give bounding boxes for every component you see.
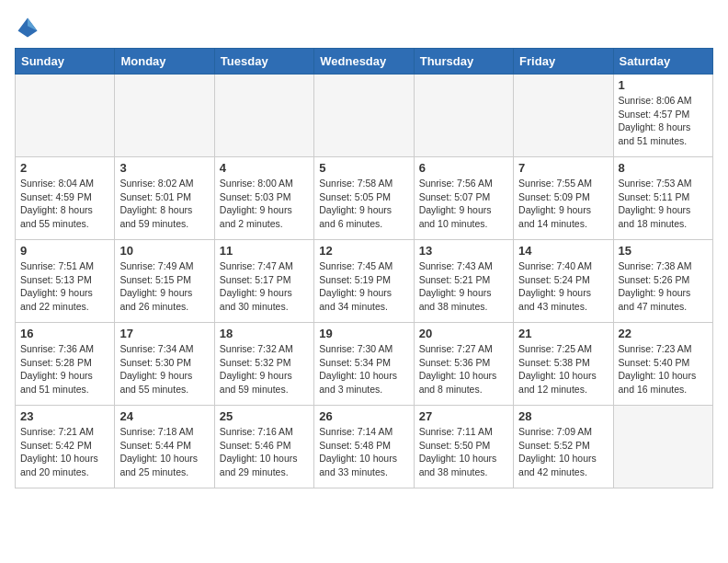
day-info: Sunrise: 7:40 AM Sunset: 5:24 PM Dayligh… [518,259,608,314]
day-number: 15 [619,244,708,258]
day-number: 11 [220,244,309,258]
week-row-2: 9Sunrise: 7:51 AM Sunset: 5:13 PM Daylig… [16,240,713,323]
day-number: 12 [319,244,408,258]
day-info: Sunrise: 7:23 AM Sunset: 5:40 PM Dayligh… [619,342,708,396]
day-number: 14 [518,244,608,258]
calendar-cell: 4Sunrise: 8:00 AM Sunset: 5:03 PM Daylig… [214,157,313,240]
calendar-cell: 17Sunrise: 7:34 AM Sunset: 5:30 PM Dayli… [115,323,214,406]
day-info: Sunrise: 7:14 AM Sunset: 5:48 PM Dayligh… [319,425,408,479]
day-info: Sunrise: 7:30 AM Sunset: 5:34 PM Dayligh… [319,342,408,396]
day-info: Sunrise: 7:32 AM Sunset: 5:32 PM Dayligh… [220,342,309,396]
day-info: Sunrise: 7:51 AM Sunset: 5:13 PM Dayligh… [20,259,109,314]
calendar-cell: 24Sunrise: 7:18 AM Sunset: 5:44 PM Dayli… [115,406,214,488]
calendar-cell: 22Sunrise: 7:23 AM Sunset: 5:40 PM Dayli… [613,323,712,406]
calendar-cell [214,75,313,157]
calendar-cell: 13Sunrise: 7:43 AM Sunset: 5:21 PM Dayli… [414,240,513,323]
calendar-header-row: SundayMondayTuesdayWednesdayThursdayFrid… [16,49,713,75]
day-number: 6 [419,161,508,175]
day-info: Sunrise: 7:55 AM Sunset: 5:09 PM Dayligh… [518,177,608,231]
day-number: 20 [419,327,508,340]
day-info: Sunrise: 7:56 AM Sunset: 5:07 PM Dayligh… [419,177,508,231]
day-info: Sunrise: 7:53 AM Sunset: 5:11 PM Dayligh… [619,177,708,231]
week-row-0: 1Sunrise: 8:06 AM Sunset: 4:57 PM Daylig… [16,75,713,157]
calendar-cell: 16Sunrise: 7:36 AM Sunset: 5:28 PM Dayli… [16,323,115,406]
calendar-cell: 10Sunrise: 7:49 AM Sunset: 5:15 PM Dayli… [115,240,214,323]
col-header-friday: Friday [514,49,613,75]
calendar-cell: 23Sunrise: 7:21 AM Sunset: 5:42 PM Dayli… [16,406,115,488]
day-number: 23 [20,409,109,423]
day-info: Sunrise: 8:04 AM Sunset: 4:59 PM Dayligh… [20,177,109,231]
week-row-4: 23Sunrise: 7:21 AM Sunset: 5:42 PM Dayli… [16,406,713,488]
day-number: 2 [20,161,109,175]
day-info: Sunrise: 7:47 AM Sunset: 5:17 PM Dayligh… [220,259,309,314]
day-number: 4 [220,161,309,175]
day-info: Sunrise: 7:49 AM Sunset: 5:15 PM Dayligh… [119,259,209,314]
calendar-cell: 26Sunrise: 7:14 AM Sunset: 5:48 PM Dayli… [314,406,414,488]
day-info: Sunrise: 7:45 AM Sunset: 5:19 PM Dayligh… [319,259,408,314]
calendar-cell [514,75,613,157]
calendar-cell: 21Sunrise: 7:25 AM Sunset: 5:38 PM Dayli… [514,323,613,406]
calendar-cell: 25Sunrise: 7:16 AM Sunset: 5:46 PM Dayli… [214,406,313,488]
col-header-saturday: Saturday [613,49,712,75]
day-number: 16 [20,327,109,340]
calendar-cell: 2Sunrise: 8:04 AM Sunset: 4:59 PM Daylig… [16,157,115,240]
col-header-monday: Monday [115,49,214,75]
calendar-cell: 20Sunrise: 7:27 AM Sunset: 5:36 PM Dayli… [414,323,513,406]
calendar-cell: 15Sunrise: 7:38 AM Sunset: 5:26 PM Dayli… [613,240,712,323]
week-row-1: 2Sunrise: 8:04 AM Sunset: 4:59 PM Daylig… [16,157,713,240]
day-info: Sunrise: 7:21 AM Sunset: 5:42 PM Dayligh… [20,425,109,479]
calendar-table: SundayMondayTuesdayWednesdayThursdayFrid… [15,48,713,488]
calendar-cell: 28Sunrise: 7:09 AM Sunset: 5:52 PM Dayli… [514,406,613,488]
calendar-cell: 3Sunrise: 8:02 AM Sunset: 5:01 PM Daylig… [115,157,214,240]
col-header-wednesday: Wednesday [314,49,414,75]
calendar-cell [16,75,115,157]
calendar-cell: 1Sunrise: 8:06 AM Sunset: 4:57 PM Daylig… [613,75,712,157]
day-info: Sunrise: 8:06 AM Sunset: 4:57 PM Dayligh… [619,94,708,148]
calendar-cell: 18Sunrise: 7:32 AM Sunset: 5:32 PM Dayli… [214,323,313,406]
logo [15,15,44,40]
day-info: Sunrise: 8:00 AM Sunset: 5:03 PM Dayligh… [220,177,309,231]
day-info: Sunrise: 7:09 AM Sunset: 5:52 PM Dayligh… [518,425,608,479]
day-number: 9 [20,244,109,258]
day-number: 27 [419,409,508,423]
calendar-cell: 8Sunrise: 7:53 AM Sunset: 5:11 PM Daylig… [613,157,712,240]
day-number: 8 [619,161,708,175]
calendar-cell: 6Sunrise: 7:56 AM Sunset: 5:07 PM Daylig… [414,157,513,240]
day-number: 7 [518,161,608,175]
day-number: 5 [319,161,408,175]
page-header [15,15,713,40]
calendar-cell: 14Sunrise: 7:40 AM Sunset: 5:24 PM Dayli… [514,240,613,323]
day-number: 1 [619,78,708,92]
calendar-cell: 27Sunrise: 7:11 AM Sunset: 5:50 PM Dayli… [414,406,513,488]
day-number: 22 [619,327,708,340]
calendar-cell: 19Sunrise: 7:30 AM Sunset: 5:34 PM Dayli… [314,323,414,406]
calendar-cell: 5Sunrise: 7:58 AM Sunset: 5:05 PM Daylig… [314,157,414,240]
day-info: Sunrise: 7:34 AM Sunset: 5:30 PM Dayligh… [119,342,209,396]
col-header-sunday: Sunday [16,49,115,75]
day-number: 28 [518,409,608,423]
day-number: 25 [220,409,309,423]
day-number: 24 [119,409,209,423]
col-header-thursday: Thursday [414,49,513,75]
day-number: 26 [319,409,408,423]
week-row-3: 16Sunrise: 7:36 AM Sunset: 5:28 PM Dayli… [16,323,713,406]
calendar-cell [115,75,214,157]
day-number: 17 [119,327,209,340]
day-info: Sunrise: 7:58 AM Sunset: 5:05 PM Dayligh… [319,177,408,231]
day-info: Sunrise: 7:43 AM Sunset: 5:21 PM Dayligh… [419,259,508,314]
day-number: 18 [220,327,309,340]
day-number: 21 [518,327,608,340]
day-info: Sunrise: 7:25 AM Sunset: 5:38 PM Dayligh… [518,342,608,396]
calendar-cell: 9Sunrise: 7:51 AM Sunset: 5:13 PM Daylig… [16,240,115,323]
day-number: 13 [419,244,508,258]
day-info: Sunrise: 8:02 AM Sunset: 5:01 PM Dayligh… [119,177,209,231]
col-header-tuesday: Tuesday [214,49,313,75]
calendar-cell [314,75,414,157]
day-info: Sunrise: 7:16 AM Sunset: 5:46 PM Dayligh… [220,425,309,479]
day-info: Sunrise: 7:36 AM Sunset: 5:28 PM Dayligh… [20,342,109,396]
day-info: Sunrise: 7:27 AM Sunset: 5:36 PM Dayligh… [419,342,508,396]
calendar-cell: 12Sunrise: 7:45 AM Sunset: 5:19 PM Dayli… [314,240,414,323]
day-info: Sunrise: 7:11 AM Sunset: 5:50 PM Dayligh… [419,425,508,479]
calendar-cell [414,75,513,157]
day-info: Sunrise: 7:38 AM Sunset: 5:26 PM Dayligh… [619,259,708,314]
